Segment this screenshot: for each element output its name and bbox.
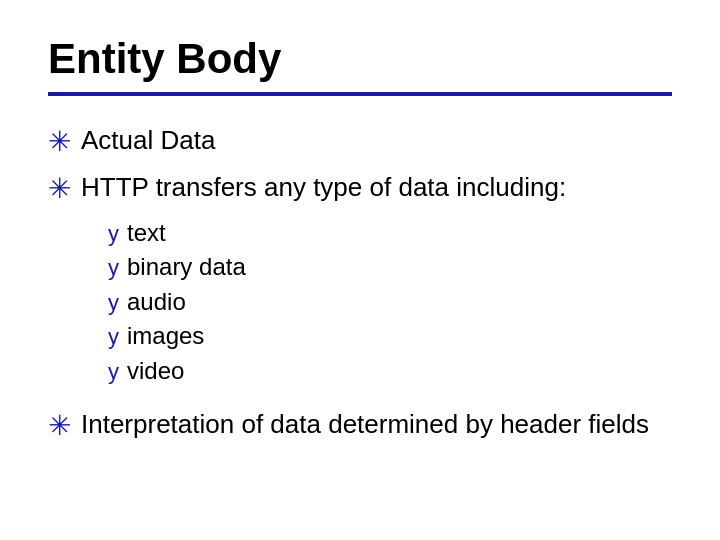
sub-bullet-5-text: video — [127, 355, 184, 387]
bullet-2-text: HTTP transfers any type of data includin… — [81, 171, 566, 205]
sub-bullet-1-text: text — [127, 217, 166, 249]
sub-bullet-4: y images — [108, 320, 672, 352]
bullet-3-icon: ✳ — [48, 407, 71, 445]
content-area: ✳ Actual Data ✳ HTTP transfers any type … — [48, 124, 672, 445]
sub-bullet-2-icon: y — [108, 253, 119, 283]
sub-bullet-4-icon: y — [108, 322, 119, 352]
bullet-1-text: Actual Data — [81, 124, 215, 158]
sub-bullet-4-text: images — [127, 320, 204, 352]
bullet-3-text: Interpretation of data determined by hea… — [81, 407, 672, 442]
sub-bullet-group: y text y binary data y audio y images y … — [108, 217, 672, 387]
sub-bullet-1: y text — [108, 217, 672, 249]
sub-bullet-2: y binary data — [108, 251, 672, 283]
slide: Entity Body ✳ Actual Data ✳ HTTP transfe… — [0, 0, 720, 540]
bullet-3: ✳ Interpretation of data determined by h… — [48, 407, 672, 445]
sub-bullet-3: y audio — [108, 286, 672, 318]
bullet-2-icon: ✳ — [48, 171, 71, 207]
bullet-2: ✳ HTTP transfers any type of data includ… — [48, 171, 672, 207]
sub-bullet-3-icon: y — [108, 288, 119, 318]
sub-bullet-3-text: audio — [127, 286, 186, 318]
bullet-1: ✳ Actual Data — [48, 124, 672, 160]
sub-bullet-1-icon: y — [108, 219, 119, 249]
sub-bullet-2-text: binary data — [127, 251, 246, 283]
title-underline — [48, 92, 672, 96]
sub-bullet-5: y video — [108, 355, 672, 387]
sub-bullet-5-icon: y — [108, 357, 119, 387]
slide-title: Entity Body — [48, 36, 672, 82]
bullet-1-icon: ✳ — [48, 124, 71, 160]
